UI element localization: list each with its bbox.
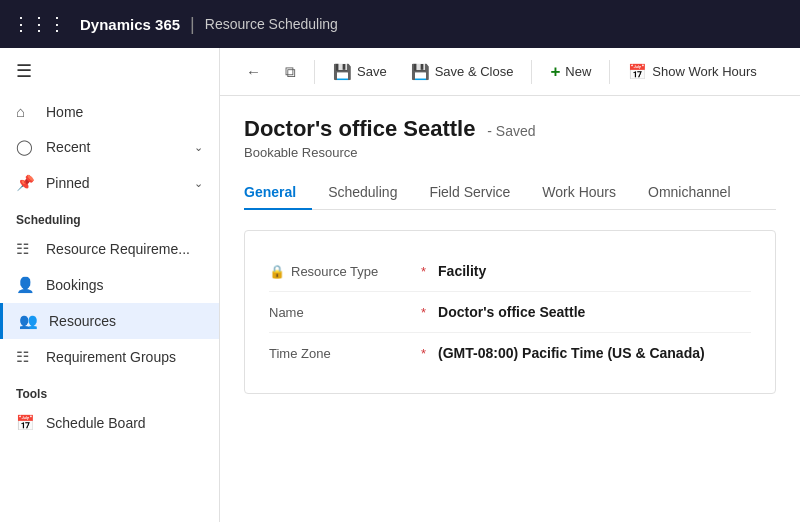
new-label: New [565, 64, 591, 79]
form-row-timezone: Time Zone * (GMT-08:00) Pacific Time (US… [269, 333, 751, 373]
tools-section-title: Tools [0, 375, 219, 405]
hamburger-button[interactable]: ☰ [0, 48, 219, 94]
save-close-label: Save & Close [435, 64, 514, 79]
sidebar-item-label: Home [46, 104, 203, 120]
tab-omnichannel[interactable]: Omnichannel [632, 176, 747, 210]
home-icon: ⌂ [16, 103, 36, 120]
people-icon: 👥 [19, 312, 39, 330]
calendar-icon: 📅 [16, 414, 36, 432]
tab-work-hours[interactable]: Work Hours [526, 176, 632, 210]
sidebar-item-home[interactable]: ⌂ Home [0, 94, 219, 129]
content-area: ← ⧉ 💾 Save 💾 Save & Close + New 📅 [220, 48, 800, 522]
title-divider: | [190, 14, 195, 35]
list-icon: ☷ [16, 240, 36, 258]
sidebar-item-schedule-board[interactable]: 📅 Schedule Board [0, 405, 219, 441]
chevron-down-icon: ⌄ [194, 141, 203, 154]
scheduling-section-title: Scheduling [0, 201, 219, 231]
person-icon: 👤 [16, 276, 36, 294]
new-window-button[interactable]: ⧉ [275, 57, 306, 87]
form-section: 🔒 Resource Type * Facility Name * Doctor… [244, 230, 776, 394]
page-title: Doctor's office Seattle [244, 116, 475, 141]
sidebar-item-label: Pinned [46, 175, 194, 191]
sidebar-item-resources[interactable]: 👥 Resources [0, 303, 219, 339]
save-icon: 💾 [333, 63, 352, 81]
back-icon: ← [246, 63, 261, 80]
lock-icon: 🔒 [269, 264, 285, 279]
sidebar-item-bookings[interactable]: 👤 Bookings [0, 267, 219, 303]
sidebar-item-label: Schedule Board [46, 415, 203, 431]
sidebar-item-label: Resource Requireme... [46, 241, 203, 257]
toolbar-divider-3 [609, 60, 610, 84]
toolbar-divider [314, 60, 315, 84]
sidebar-item-label: Recent [46, 139, 194, 155]
new-window-icon: ⧉ [285, 63, 296, 81]
resource-type-label: 🔒 Resource Type [269, 264, 409, 279]
sidebar-item-label: Resources [49, 313, 203, 329]
save-label: Save [357, 64, 387, 79]
form-row-resource-type: 🔒 Resource Type * Facility [269, 251, 751, 292]
save-button[interactable]: 💾 Save [323, 57, 397, 87]
grid-list-icon: ☷ [16, 348, 36, 366]
sidebar: ☰ ⌂ Home ◯ Recent ⌄ 📌 Pinned ⌄ Schedulin… [0, 48, 220, 522]
save-close-icon: 💾 [411, 63, 430, 81]
page-content: Doctor's office Seattle - Saved Bookable… [220, 96, 800, 522]
sidebar-item-pinned[interactable]: 📌 Pinned ⌄ [0, 165, 219, 201]
form-row-name: Name * Doctor's office Seattle [269, 292, 751, 333]
required-asterisk: * [421, 305, 426, 320]
required-asterisk: * [421, 346, 426, 361]
plus-icon: + [550, 62, 560, 82]
toolbar: ← ⧉ 💾 Save 💾 Save & Close + New 📅 [220, 48, 800, 96]
main-layout: ☰ ⌂ Home ◯ Recent ⌄ 📌 Pinned ⌄ Schedulin… [0, 48, 800, 522]
show-work-hours-button[interactable]: 📅 Show Work Hours [618, 57, 767, 87]
page-subtitle: Bookable Resource [244, 145, 776, 160]
back-button[interactable]: ← [236, 57, 271, 86]
sidebar-item-resource-requirements[interactable]: ☷ Resource Requireme... [0, 231, 219, 267]
new-button[interactable]: + New [540, 56, 601, 88]
sidebar-item-requirement-groups[interactable]: ☷ Requirement Groups [0, 339, 219, 375]
sidebar-item-recent[interactable]: ◯ Recent ⌄ [0, 129, 219, 165]
required-asterisk: * [421, 264, 426, 279]
page-header: Doctor's office Seattle - Saved [244, 116, 776, 142]
timezone-value[interactable]: (GMT-08:00) Pacific Time (US & Canada) [438, 345, 705, 361]
tab-field-service[interactable]: Field Service [413, 176, 526, 210]
app-title: Dynamics 365 [80, 16, 180, 33]
sidebar-item-label: Bookings [46, 277, 203, 293]
tabs: General Scheduling Field Service Work Ho… [244, 176, 776, 210]
saved-badge: - Saved [487, 123, 535, 139]
module-title: Resource Scheduling [205, 16, 338, 32]
resource-type-value[interactable]: Facility [438, 263, 486, 279]
pin-icon: 📌 [16, 174, 36, 192]
name-value[interactable]: Doctor's office Seattle [438, 304, 585, 320]
show-work-hours-label: Show Work Hours [652, 64, 757, 79]
toolbar-divider-2 [531, 60, 532, 84]
sidebar-item-label: Requirement Groups [46, 349, 203, 365]
grid-icon[interactable]: ⋮⋮⋮ [12, 13, 66, 35]
chevron-down-icon: ⌄ [194, 177, 203, 190]
tab-general[interactable]: General [244, 176, 312, 210]
tab-scheduling[interactable]: Scheduling [312, 176, 413, 210]
clock-icon: ◯ [16, 138, 36, 156]
top-bar: ⋮⋮⋮ Dynamics 365 | Resource Scheduling [0, 0, 800, 48]
calendar-icon: 📅 [628, 63, 647, 81]
timezone-label: Time Zone [269, 346, 409, 361]
save-close-button[interactable]: 💾 Save & Close [401, 57, 524, 87]
name-label: Name [269, 305, 409, 320]
